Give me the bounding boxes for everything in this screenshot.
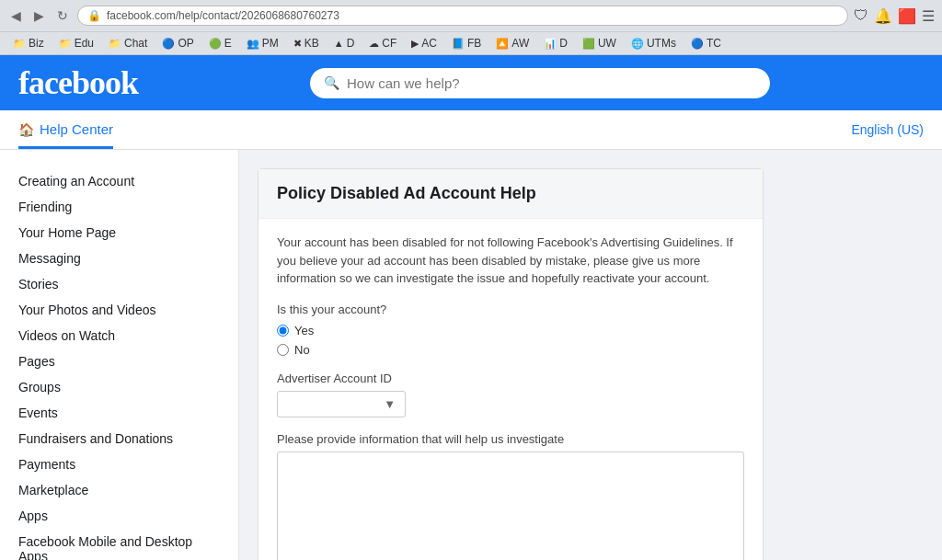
- bookmark-e[interactable]: 🟢 E: [203, 35, 237, 51]
- radio-no-input[interactable]: [277, 344, 289, 356]
- bookmark-label: KB: [304, 37, 319, 50]
- uw-icon: 🟩: [582, 38, 595, 50]
- sidebar-item-events[interactable]: Events: [18, 400, 220, 426]
- forward-button[interactable]: ▶: [30, 6, 48, 25]
- search-input[interactable]: [347, 75, 756, 91]
- bookmark-ac[interactable]: ▶ AC: [406, 35, 442, 51]
- bookmark-label: FB: [467, 37, 481, 50]
- folder-icon: 📁: [59, 38, 72, 50]
- aw-icon: 🔼: [496, 38, 509, 50]
- advertiser-label: Advertiser Account ID: [277, 371, 744, 385]
- browser-icons: 🛡 🔔 🟥 ☰: [854, 7, 935, 25]
- bookmark-label: Chat: [124, 37, 147, 50]
- sidebar-item-payments[interactable]: Payments: [18, 451, 220, 477]
- url-text: facebook.com/help/contact/20260686807602…: [107, 9, 339, 22]
- menu-icon[interactable]: ☰: [922, 7, 935, 25]
- form-title: Policy Disabled Ad Account Help: [277, 184, 744, 203]
- facebook-logo[interactable]: facebook: [18, 63, 138, 102]
- radio-yes-label: Yes: [294, 324, 314, 337]
- sidebar-item-apps[interactable]: Apps: [18, 503, 220, 529]
- utms-icon: 🌐: [631, 38, 644, 50]
- radio-no-label: No: [294, 343, 310, 357]
- folder-icon: 📁: [109, 38, 121, 50]
- help-center-nav: 🏠 Help Center English (US): [0, 110, 942, 150]
- bookmark-edu[interactable]: 📁 Edu: [53, 35, 99, 51]
- bookmark-d2[interactable]: 📊 D: [538, 35, 573, 51]
- bookmark-d1[interactable]: ▲ D: [328, 35, 361, 51]
- bookmark-tc[interactable]: 🔵 TC: [685, 35, 727, 51]
- cf-icon: ☁: [369, 38, 379, 50]
- reload-button[interactable]: ↻: [53, 6, 72, 25]
- bookmark-label: AC: [421, 37, 437, 50]
- bookmark-op[interactable]: 🔵 OP: [156, 35, 199, 51]
- e-icon: 🟢: [209, 38, 222, 50]
- bookmark-utms[interactable]: 🌐 UTMs: [626, 35, 682, 51]
- radio-yes-input[interactable]: [277, 325, 289, 337]
- sidebar-item-creating-account[interactable]: Creating an Account: [18, 168, 220, 194]
- bookmark-fb[interactable]: 📘 FB: [446, 35, 487, 51]
- circle-icon: 🔵: [162, 38, 175, 50]
- main-content: Creating an Account Friending Your Home …: [0, 150, 942, 560]
- sidebar-item-pages[interactable]: Pages: [18, 349, 220, 374]
- profile-icon[interactable]: 🟥: [898, 7, 916, 25]
- browser-chrome: ◀ ▶ ↻ 🔒 facebook.com/help/contact/202606…: [0, 0, 942, 55]
- d-icon: 📊: [544, 38, 557, 50]
- sidebar-item-messaging[interactable]: Messaging: [18, 246, 220, 271]
- bookmark-label: Biz: [29, 37, 44, 50]
- info-textarea[interactable]: [277, 451, 744, 561]
- shield-icon[interactable]: 🛡: [854, 7, 868, 24]
- lock-icon: 🔒: [87, 9, 101, 22]
- sidebar-item-friending[interactable]: Friending: [18, 194, 220, 220]
- form-description: Your account has been disabled for not f…: [277, 234, 744, 288]
- sidebar-item-mobile-desktop[interactable]: Facebook Mobile and Desktop Apps: [18, 529, 220, 560]
- bookmark-label: TC: [706, 37, 721, 50]
- sidebar: Creating an Account Friending Your Home …: [0, 150, 239, 560]
- drive-icon: ▲: [334, 38, 344, 49]
- sidebar-item-home-page[interactable]: Your Home Page: [18, 220, 220, 246]
- radio-no[interactable]: No: [277, 343, 744, 357]
- bookmark-label: PM: [262, 37, 279, 50]
- bookmark-aw[interactable]: 🔼 AW: [490, 35, 534, 51]
- fb-icon: 📘: [452, 38, 465, 50]
- form-card-header: Policy Disabled Ad Account Help: [258, 169, 763, 219]
- sidebar-item-stories[interactable]: Stories: [18, 271, 220, 297]
- bookmark-label: Edu: [75, 37, 94, 50]
- sidebar-item-videos-on-watch[interactable]: Videos on Watch: [18, 323, 220, 349]
- language-selector[interactable]: English (US): [851, 122, 924, 137]
- sidebar-item-fundraisers[interactable]: Fundraisers and Donations: [18, 426, 220, 451]
- chevron-down-icon: ▼: [384, 397, 396, 411]
- sidebar-item-photos-videos[interactable]: Your Photos and Videos: [18, 297, 220, 323]
- account-question: Is this your account?: [277, 303, 744, 316]
- search-bar[interactable]: 🔍: [310, 68, 770, 98]
- alert-icon[interactable]: 🔔: [874, 7, 892, 25]
- address-bar[interactable]: 🔒 facebook.com/help/contact/202606868076…: [77, 6, 848, 26]
- advertiser-dropdown[interactable]: ▼: [277, 391, 406, 417]
- kb-icon: ✖: [293, 38, 302, 50]
- help-center-link[interactable]: 🏠 Help Center: [18, 110, 113, 149]
- ac-icon: ▶: [411, 38, 419, 50]
- sidebar-item-marketplace[interactable]: Marketplace: [18, 477, 220, 503]
- bookmark-biz[interactable]: 📁 Biz: [7, 35, 50, 51]
- pm-icon: 👥: [247, 38, 259, 50]
- form-area: Policy Disabled Ad Account Help Your acc…: [239, 150, 942, 560]
- bookmark-uw[interactable]: 🟩 UW: [577, 35, 622, 51]
- bookmark-label: D: [559, 37, 568, 50]
- radio-yes[interactable]: Yes: [277, 324, 744, 337]
- bookmark-label: D: [347, 37, 355, 50]
- radio-group: Yes No: [277, 324, 744, 357]
- bookmark-pm[interactable]: 👥 PM: [241, 35, 284, 51]
- folder-icon: 📁: [13, 38, 26, 50]
- back-button[interactable]: ◀: [7, 6, 25, 25]
- facebook-header: facebook 🔍: [0, 55, 942, 110]
- bookmarks-bar: 📁 Biz 📁 Edu 📁 Chat 🔵 OP 🟢 E 👥 PM ✖ KB ▲: [0, 31, 942, 54]
- bookmark-chat[interactable]: 📁 Chat: [103, 35, 153, 51]
- bookmark-cf[interactable]: ☁ CF: [363, 35, 402, 51]
- bookmark-kb[interactable]: ✖ KB: [288, 35, 325, 51]
- bookmark-label: UTMs: [647, 37, 676, 50]
- sidebar-item-groups[interactable]: Groups: [18, 374, 220, 400]
- bookmark-label: E: [224, 37, 232, 50]
- tc-icon: 🔵: [691, 38, 704, 50]
- bookmark-label: AW: [511, 37, 529, 50]
- home-icon: 🏠: [18, 122, 34, 137]
- bookmark-label: CF: [382, 37, 396, 50]
